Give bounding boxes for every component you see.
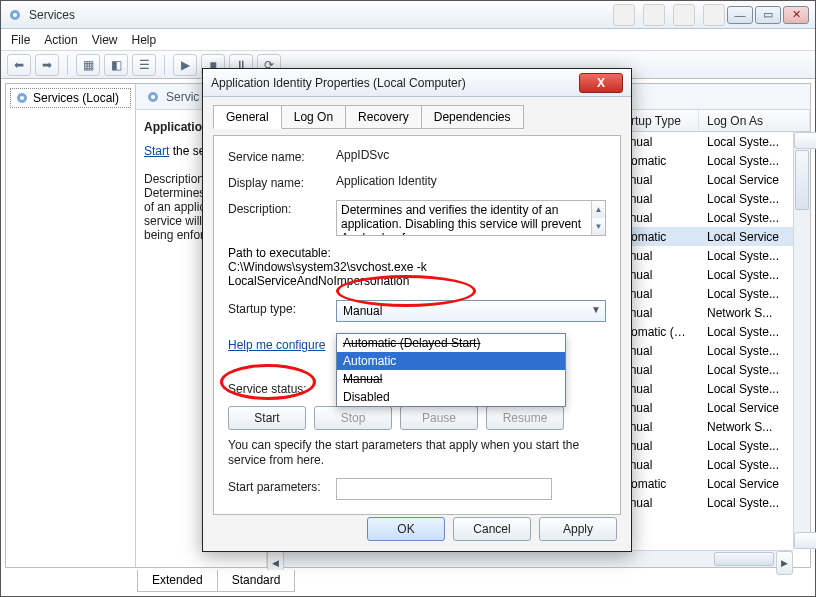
service-name-label: Service name: (228, 148, 336, 164)
start-button[interactable]: Start (228, 406, 306, 430)
ok-button[interactable]: OK (367, 517, 445, 541)
quick-launch (613, 1, 725, 29)
toolbar-button[interactable]: ◧ (104, 54, 128, 76)
tree-item-label: Services (Local) (33, 91, 119, 105)
path-value: C:\Windows\system32\svchost.exe -k Local… (228, 260, 606, 288)
ql-icon (703, 4, 725, 26)
ql-icon (673, 4, 695, 26)
bottom-tabs: Extended Standard (137, 570, 294, 592)
right-header-label: Servic (166, 90, 199, 104)
svg-point-1 (13, 13, 17, 17)
tree-item-services-local[interactable]: Services (Local) (10, 88, 131, 108)
startup-option[interactable]: Disabled (337, 388, 565, 406)
menu-action[interactable]: Action (44, 33, 77, 47)
gear-icon (15, 91, 29, 105)
ql-icon (613, 4, 635, 26)
tab-general[interactable]: General (213, 105, 282, 129)
start-link[interactable]: Start (144, 144, 169, 158)
toolbar-button[interactable]: ☰ (132, 54, 156, 76)
gear-icon (146, 90, 160, 104)
startup-option[interactable]: Automatic (337, 352, 565, 370)
scroll-down-button[interactable]: ▼ (794, 532, 816, 549)
dialog-titlebar[interactable]: Application Identity Properties (Local C… (203, 69, 631, 97)
close-button[interactable]: ✕ (783, 6, 809, 24)
forward-button[interactable]: ➡ (35, 54, 59, 76)
tree-pane: Services (Local) (6, 84, 136, 567)
startup-option[interactable]: Automatic (Delayed Start) (337, 334, 565, 352)
start-params-input[interactable] (336, 478, 552, 500)
menu-view[interactable]: View (92, 33, 118, 47)
toolbar-button[interactable]: ▦ (76, 54, 100, 76)
start-params-note: You can specify the start parameters tha… (228, 438, 606, 468)
startup-type-selected: Manual (343, 304, 382, 318)
service-status-label: Service status: (228, 380, 336, 396)
titlebar[interactable]: Services — ▭ ✕ (1, 1, 815, 29)
chevron-down-icon: ▼ (591, 304, 601, 315)
properties-dialog: Application Identity Properties (Local C… (202, 68, 632, 552)
tab-standard[interactable]: Standard (217, 570, 296, 592)
svg-point-5 (151, 95, 155, 99)
resume-button: Resume (486, 406, 564, 430)
ql-icon (643, 4, 665, 26)
pause-button: Pause (400, 406, 478, 430)
start-params-label: Start parameters: (228, 478, 336, 494)
cancel-button[interactable]: Cancel (453, 517, 531, 541)
help-link[interactable]: Help me configure (228, 338, 325, 352)
startup-type-select[interactable]: Manual ▼ (336, 300, 606, 322)
maximize-button[interactable]: ▭ (755, 6, 781, 24)
toolbar-button[interactable]: ▶ (173, 54, 197, 76)
stop-button: Stop (314, 406, 392, 430)
minimize-button[interactable]: — (727, 6, 753, 24)
menubar: File Action View Help (1, 29, 815, 51)
description-text: Determines and verifies the identity of … (341, 203, 581, 236)
service-name-value: AppIDSvc (336, 148, 606, 162)
display-name-label: Display name: (228, 174, 336, 190)
back-button[interactable]: ⬅ (7, 54, 31, 76)
scroll-thumb[interactable] (795, 150, 809, 210)
tab-log-on[interactable]: Log On (281, 105, 346, 129)
apply-button[interactable]: Apply (539, 517, 617, 541)
desc-scroll-down[interactable]: ▼ (591, 218, 605, 235)
tab-dependencies[interactable]: Dependencies (421, 105, 524, 129)
general-panel: Service name: AppIDSvc Display name: App… (213, 135, 621, 515)
startup-type-dropdown[interactable]: Automatic (Delayed Start)AutomaticManual… (336, 333, 566, 407)
startup-type-label: Startup type: (228, 300, 336, 316)
hscroll-thumb[interactable] (714, 552, 774, 566)
desc-scroll-up[interactable]: ▲ (591, 201, 605, 218)
path-label: Path to executable: (228, 246, 606, 260)
dialog-tabs: General Log On Recovery Dependencies (213, 105, 621, 129)
detail-link-tail: the se (169, 144, 205, 158)
menu-help[interactable]: Help (132, 33, 157, 47)
services-icon (7, 7, 23, 23)
display-name-value: Application Identity (336, 174, 606, 188)
menu-file[interactable]: File (11, 33, 30, 47)
scroll-up-button[interactable]: ▲ (794, 132, 816, 149)
dialog-close-button[interactable]: X (579, 73, 623, 93)
tab-recovery[interactable]: Recovery (345, 105, 422, 129)
horizontal-scrollbar[interactable]: ◀ ▶ (267, 550, 793, 567)
dialog-title: Application Identity Properties (Local C… (211, 76, 579, 90)
startup-option[interactable]: Manual (337, 370, 565, 388)
vertical-scrollbar[interactable]: ▲ ▼ (793, 132, 810, 549)
tab-extended[interactable]: Extended (137, 570, 218, 592)
col-log-on-as[interactable]: Log On As (699, 110, 810, 131)
svg-point-3 (20, 96, 24, 100)
description-label: Description: (228, 200, 336, 216)
scroll-right-button[interactable]: ▶ (776, 551, 793, 575)
description-box[interactable]: Determines and verifies the identity of … (336, 200, 606, 236)
